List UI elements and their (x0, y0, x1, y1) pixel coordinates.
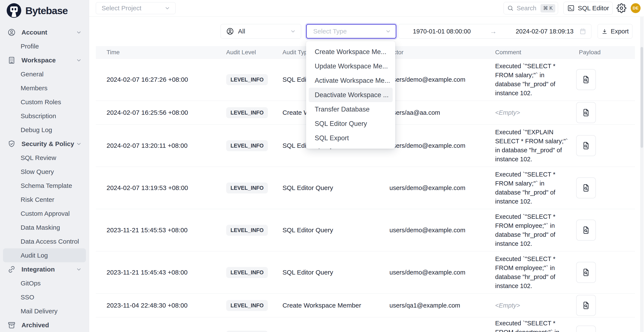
sidebar-item-risk-center[interactable]: Risk Center (3, 193, 86, 206)
audit-level-badge: LEVEL_INFO (226, 140, 268, 151)
settings-gear-icon[interactable] (616, 3, 626, 13)
sql-editor-button[interactable]: SQL Editor (564, 2, 613, 14)
sidebar-item-security-policy[interactable]: Security & Policy (3, 137, 86, 151)
sidebar-item-schema-template[interactable]: Schema Template (3, 179, 86, 193)
time-value: 2023-11-21 15:45:43 +08:00 (106, 269, 188, 276)
cell-audit-level: LEVEL_INFO (226, 225, 270, 236)
user-avatar[interactable]: DE (631, 3, 640, 13)
sidebar-item-label: SSO (20, 294, 34, 301)
sidebar-item-sql-review[interactable]: SQL Review (3, 151, 86, 165)
sidebar-item-label: Debug Log (20, 126, 52, 134)
cell-comment: Executed `"EXPLAIN SELECT * FROM salary;… (490, 128, 570, 164)
sidebar-item-data-access-control[interactable]: Data Access Control (3, 234, 86, 248)
payload-view-button[interactable] (576, 262, 596, 283)
sidebar-item-profile[interactable]: Profile (3, 39, 86, 53)
search-placeholder: Search (516, 5, 536, 12)
sidebar-item-workspace[interactable]: Workspace (3, 53, 86, 67)
sidebar-item-account[interactable]: Account (3, 25, 86, 39)
sidebar-item-label: Audit Log (20, 252, 48, 259)
table-row: 2024-02-07 13:19:53 +08:00LEVEL_INFOSQL … (96, 167, 635, 209)
sidebar-item-data-masking[interactable]: Data Masking (3, 220, 86, 234)
date-range-end[interactable]: 2024-02-07 18:09:13 (516, 28, 574, 35)
file-search-icon (581, 301, 591, 310)
chevron-down-icon (290, 28, 296, 34)
sidebar-item-debug-log[interactable]: Debug Log (3, 123, 86, 137)
file-search-icon (581, 108, 591, 117)
actor-value: users/aa@aa.com (390, 109, 440, 116)
menu-item-transfer-database[interactable]: Transfer Database (309, 102, 393, 117)
sidebar-item-sso[interactable]: SSO (3, 290, 86, 304)
brand-logo[interactable]: Bytebase (0, 0, 89, 18)
cell-audit-type: SQL Editor Query (270, 184, 384, 191)
date-range-picker[interactable]: 1970-01-01 08:00:00 → 2024-02-07 18:09:1… (398, 24, 591, 39)
audit-level-badge: LEVEL_INFO (226, 182, 268, 193)
cell-comment: Executed `"SELECT * FROM employee;"` in … (490, 254, 570, 290)
cell-actor: users/demo@example.com (384, 184, 490, 191)
column-header-payload: Payload (570, 49, 635, 56)
menu-item-create-workspace-me[interactable]: Create Workspace Me... (309, 45, 393, 59)
sidebar-item-gitops[interactable]: GitOps (3, 276, 86, 290)
sidebar-item-custom-roles[interactable]: Custom Roles (3, 95, 86, 109)
menu-item-sql-export[interactable]: SQL Export (309, 131, 393, 145)
user-circle-icon (226, 27, 234, 35)
audit-level-badge: LEVEL_INFO (226, 225, 268, 236)
sidebar-item-label: Mail Delivery (20, 308, 58, 315)
sidebar-item-slow-query[interactable]: Slow Query (3, 165, 86, 179)
cell-actor: users/demo@example.com (384, 142, 490, 149)
comment-value: Executed `"SELECT * FROM employee;"` in … (495, 213, 556, 247)
menu-item-activate-workspace-me[interactable]: Activate Workspace Me... (309, 73, 393, 88)
app-root: Bytebase AccountProfileWorkspaceGeneralM… (0, 0, 644, 332)
column-header-comment: Comment (490, 49, 570, 56)
cell-payload (570, 135, 635, 156)
cell-payload (570, 102, 635, 123)
sidebar-item-subscription[interactable]: Subscription (3, 109, 86, 123)
date-range-start[interactable]: 1970-01-01 08:00:00 (413, 28, 471, 35)
sidebar-item-integration[interactable]: Integration (3, 262, 86, 276)
sidebar-item-label: Subscription (20, 112, 56, 120)
sidebar-item-custom-approval[interactable]: Custom Approval (3, 206, 86, 220)
scrollbar-thumb[interactable] (640, 47, 643, 148)
payload-view-button[interactable] (576, 177, 596, 198)
cell-audit-level: LEVEL_INFO (226, 182, 270, 193)
payload-view-button[interactable] (576, 295, 596, 316)
menu-item-deactivate-workspace[interactable]: Deactivate Workspace ... (309, 88, 393, 102)
terminal-icon (567, 4, 575, 12)
project-select[interactable]: Select Project (96, 2, 176, 14)
sidebar-item-general[interactable]: General (3, 67, 86, 81)
chevron-down-icon (76, 57, 82, 63)
sidebar-item-members[interactable]: Members (3, 81, 86, 95)
cell-payload (570, 69, 635, 90)
sidebar-item-label: Members (20, 85, 48, 92)
actor-value: users/demo@example.com (390, 269, 465, 276)
actor-filter-select[interactable]: All (220, 24, 301, 39)
actor-value: users/demo@example.com (390, 227, 465, 234)
menu-item-update-workspace-me[interactable]: Update Workspace Me... (309, 59, 393, 73)
cell-time: 2024-02-07 16:25:56 +08:00 (96, 109, 226, 116)
type-filter-dropdown-menu: Create Workspace Me...Update Workspace M… (306, 41, 395, 149)
chevron-down-icon (76, 29, 82, 36)
table-row: 2023-11-04 01:06:24 +08:00LEVEL_INFOSQL … (96, 318, 635, 332)
search-shortcut-kbd: ⌘ K (540, 4, 555, 12)
cell-payload (570, 295, 635, 316)
payload-view-button[interactable] (576, 102, 596, 123)
menu-item-sql-editor-query[interactable]: SQL Editor Query (309, 117, 393, 131)
payload-view-button[interactable] (576, 220, 596, 241)
sidebar-item-mail-delivery[interactable]: Mail Delivery (3, 304, 86, 318)
sidebar-item-label: Slow Query (20, 168, 54, 175)
arrow-right-icon: → (471, 27, 516, 35)
audit-level-badge: LEVEL_INFO (226, 107, 268, 118)
search-input[interactable]: Search ⌘ K (504, 2, 558, 14)
sidebar-item-label: General (20, 71, 44, 78)
payload-view-button[interactable] (576, 69, 596, 90)
export-button[interactable]: Export (598, 24, 632, 39)
actor-filter-value: All (238, 28, 245, 35)
file-search-icon (581, 225, 591, 235)
audit-type-value: Create Workspace Member (282, 302, 361, 309)
cell-audit-level: LEVEL_INFO (226, 140, 270, 151)
sidebar-item-audit-log[interactable]: Audit Log (3, 248, 86, 262)
payload-view-button[interactable] (576, 135, 596, 156)
sidebar-item-archived[interactable]: Archived (3, 318, 86, 332)
payload-view-button[interactable] (576, 326, 596, 332)
cell-time: 2023-11-04 22:48:30 +08:00 (96, 302, 226, 309)
type-filter-select[interactable]: Select Type (306, 24, 396, 39)
